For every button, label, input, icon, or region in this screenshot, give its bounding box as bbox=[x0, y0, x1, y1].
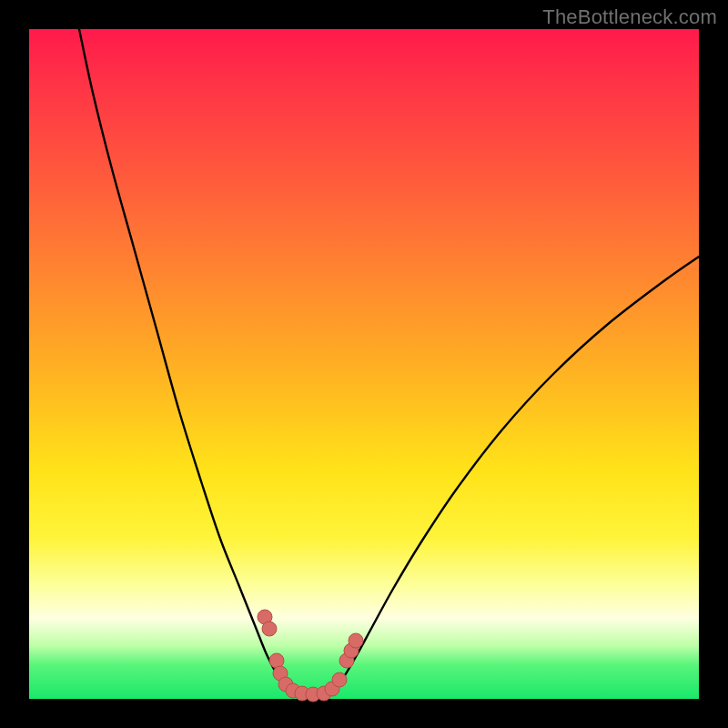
valley-marker bbox=[269, 653, 284, 668]
valley-marker bbox=[332, 672, 347, 687]
watermark-text: TheBottleneck.com bbox=[542, 5, 717, 29]
curve-layer bbox=[29, 29, 699, 699]
valley-marker-group bbox=[258, 610, 363, 702]
bottleneck-curve bbox=[79, 29, 699, 694]
valley-marker bbox=[262, 622, 277, 636]
bottleneck-curve-path bbox=[79, 29, 699, 694]
valley-marker bbox=[349, 633, 363, 648]
outer-frame: TheBottleneck.com bbox=[0, 0, 728, 728]
plot-area bbox=[29, 29, 699, 699]
